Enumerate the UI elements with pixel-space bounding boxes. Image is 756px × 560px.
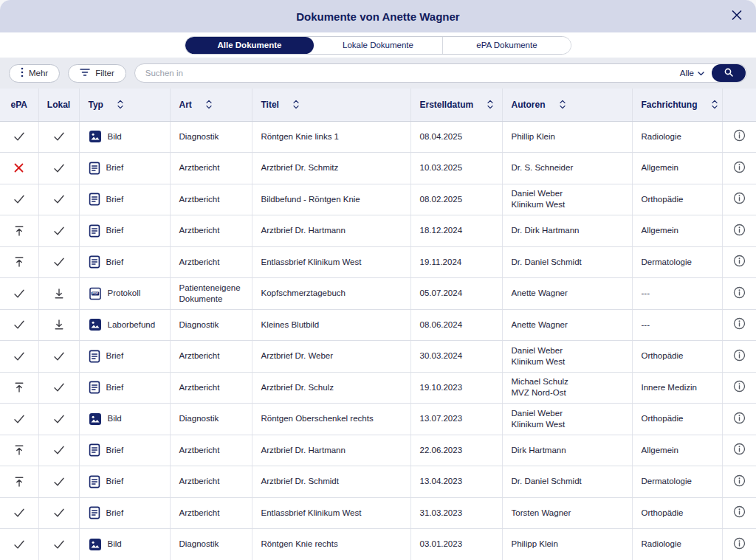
art-cell: Diagnostik bbox=[170, 121, 252, 153]
info-icon bbox=[733, 317, 746, 332]
info-button[interactable] bbox=[731, 535, 748, 554]
table-row[interactable]: BriefArztberichtEntlassbrief Klinikum We… bbox=[0, 497, 756, 529]
info-button[interactable] bbox=[731, 252, 748, 272]
tab-alle-dokumente[interactable]: Alle Dokumente bbox=[185, 37, 314, 54]
check-icon bbox=[52, 130, 66, 143]
table-row[interactable]: BildDiagnostikRöntgen Knie rechts03.01.2… bbox=[0, 529, 756, 560]
check-icon bbox=[13, 412, 26, 426]
column-header-titel[interactable]: Titel bbox=[252, 89, 410, 121]
erstelldatum-cell: 08.06.2024 bbox=[410, 309, 502, 341]
search-scope-dropdown[interactable]: Alle bbox=[680, 63, 704, 83]
info-cell bbox=[722, 278, 756, 310]
column-header-autoren[interactable]: Autoren bbox=[502, 89, 632, 121]
info-icon bbox=[733, 129, 746, 144]
table-row[interactable]: BriefArztberichtArztbrief Dr. Schmidt13.… bbox=[0, 466, 756, 498]
sort-icon[interactable] bbox=[117, 99, 124, 110]
lokal-status-cell bbox=[38, 246, 79, 278]
info-button[interactable] bbox=[731, 378, 748, 397]
table-row[interactable]: BildDiagnostikRöntgen Oberschenkel recht… bbox=[0, 404, 756, 435]
check-icon bbox=[52, 506, 66, 519]
mehr-button[interactable]: Mehr bbox=[9, 64, 60, 83]
titel-cell: Arztbrief Dr. Schulz bbox=[252, 372, 410, 404]
document-table-body: BildDiagnostikRöntgen Knie links 108.04.… bbox=[0, 121, 756, 560]
tab-epa-dokumente[interactable]: ePA Dokumente bbox=[442, 37, 571, 54]
sort-icon[interactable] bbox=[292, 99, 300, 110]
lokal-status-cell bbox=[38, 278, 79, 310]
check-icon bbox=[52, 538, 66, 551]
info-button[interactable] bbox=[731, 409, 748, 429]
art-cell: Arztbericht bbox=[170, 372, 252, 404]
table-row[interactable]: BriefArztberichtEntlassbrief Klinikum We… bbox=[0, 246, 756, 278]
close-button[interactable] bbox=[728, 7, 746, 27]
sort-icon[interactable] bbox=[559, 99, 566, 110]
table-row[interactable]: BriefArztberichtArztbrief Dr. Schulz19.1… bbox=[0, 372, 756, 404]
filter-icon bbox=[80, 68, 90, 78]
column-header-erstelldatum[interactable]: Erstelldatum bbox=[410, 89, 502, 121]
fachrichtung-cell: Allgemein bbox=[632, 215, 722, 247]
svg-text:PDF: PDF bbox=[92, 291, 98, 295]
table-row[interactable]: BriefArztberichtArztbrief Dr. Hartmann22… bbox=[0, 435, 756, 466]
column-header-art[interactable]: Art bbox=[170, 89, 252, 121]
typ-cell: Brief bbox=[79, 184, 170, 215]
column-header-fachrichtung[interactable]: Fachrichtung bbox=[632, 89, 722, 121]
autoren-cell: Dr. Daniel Schmidt bbox=[502, 466, 632, 498]
sort-icon[interactable] bbox=[487, 99, 494, 110]
info-button[interactable] bbox=[731, 503, 748, 522]
check-icon bbox=[52, 193, 66, 206]
table-row[interactable]: LaborbefundDiagnostikKleines Blutbild08.… bbox=[0, 309, 756, 341]
titlebar: Dokumente von Anette Wagner bbox=[0, 0, 756, 32]
erstelldatum-cell: 08.04.2025 bbox=[410, 121, 502, 153]
erstelldatum-cell: 13.04.2023 bbox=[410, 466, 502, 498]
fachrichtung-cell: Dermatologie bbox=[632, 246, 722, 278]
typ-cell: Laborbefund bbox=[79, 309, 170, 341]
info-button[interactable] bbox=[731, 347, 748, 366]
info-button[interactable] bbox=[731, 190, 748, 209]
info-icon bbox=[733, 286, 746, 301]
info-button[interactable] bbox=[731, 315, 748, 334]
search-button[interactable] bbox=[712, 64, 746, 82]
typ-cell: Bild bbox=[79, 529, 170, 560]
erstelldatum-cell: 19.10.2023 bbox=[410, 372, 502, 404]
info-button[interactable] bbox=[731, 472, 748, 491]
erstelldatum-cell: 05.07.2024 bbox=[410, 278, 502, 310]
search-input[interactable] bbox=[134, 63, 747, 83]
documents-window: Dokumente von Anette Wagner Alle Dokumen… bbox=[0, 0, 756, 560]
titel-cell: Arztbrief Dr. Schmidt bbox=[252, 466, 410, 498]
info-button[interactable] bbox=[731, 284, 748, 303]
check-icon bbox=[13, 130, 26, 143]
lokal-status-cell bbox=[38, 341, 79, 373]
table-row[interactable]: PDFProtokollPatienteneigene DokumenteKop… bbox=[0, 278, 756, 310]
sort-icon[interactable] bbox=[711, 99, 718, 110]
table-row[interactable]: BriefArztberichtArztbrief Dr. Schmitz10.… bbox=[0, 153, 756, 184]
document-icon bbox=[89, 506, 100, 519]
document-icon bbox=[89, 350, 100, 363]
image-icon bbox=[89, 412, 102, 426]
typ-label: Bild bbox=[108, 539, 122, 550]
titel-cell: Arztbrief Dr. Hartmann bbox=[252, 215, 410, 247]
info-button[interactable] bbox=[731, 221, 748, 241]
filter-button[interactable]: Filter bbox=[68, 64, 126, 83]
fachrichtung-cell: Orthopädie bbox=[632, 497, 722, 529]
info-button[interactable] bbox=[731, 440, 748, 460]
lokal-status-cell bbox=[38, 184, 79, 215]
table-row[interactable]: BildDiagnostikRöntgen Knie links 108.04.… bbox=[0, 121, 756, 153]
upload-icon bbox=[13, 476, 25, 488]
column-header-typ[interactable]: Typ bbox=[79, 89, 170, 121]
table-row[interactable]: BriefArztberichtBildbefund - Röntgen Kni… bbox=[0, 184, 756, 215]
column-header-lokal: Lokal bbox=[38, 89, 79, 121]
typ-label: Brief bbox=[106, 194, 124, 205]
column-header-epa: ePA bbox=[0, 89, 38, 121]
info-button[interactable] bbox=[731, 159, 748, 178]
tab-lokale-dokumente[interactable]: Lokale Dokumente bbox=[314, 37, 442, 54]
fachrichtung-cell: Allgemein bbox=[632, 153, 722, 184]
table-row[interactable]: BriefArztberichtArztbrief Dr. Weber30.03… bbox=[0, 341, 756, 373]
info-icon bbox=[733, 192, 746, 207]
table-header-row: ePA Lokal Typ Art Titel Erstelldatum Aut… bbox=[0, 89, 756, 121]
titel-cell: Röntgen Knie links 1 bbox=[252, 121, 410, 153]
info-icon bbox=[733, 412, 746, 426]
erstelldatum-cell: 19.11.2024 bbox=[410, 246, 502, 278]
sort-icon[interactable] bbox=[205, 99, 213, 110]
table-row[interactable]: BriefArztberichtArztbrief Dr. Hartmann18… bbox=[0, 215, 756, 247]
fachrichtung-cell: Orthopädie bbox=[632, 341, 722, 373]
info-button[interactable] bbox=[731, 127, 748, 146]
